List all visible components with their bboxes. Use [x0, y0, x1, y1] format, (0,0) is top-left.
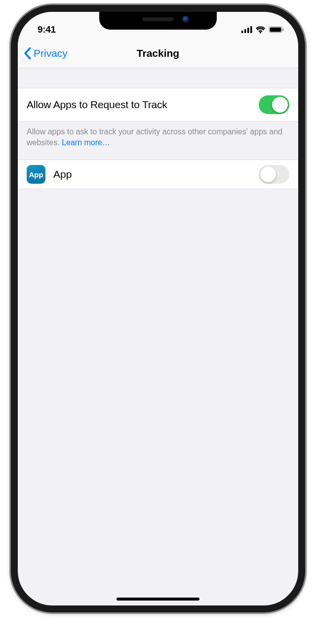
speaker-grille [142, 17, 174, 21]
front-camera [182, 16, 189, 23]
power-button [305, 140, 305, 195]
learn-more-link[interactable]: Learn more… [62, 138, 110, 147]
content: Allow Apps to Request to Track Allow app… [18, 68, 298, 189]
app-icon: App [27, 165, 45, 184]
svg-rect-2 [247, 28, 249, 33]
svg-rect-1 [244, 29, 246, 33]
toggle-knob [272, 97, 288, 113]
mute-switch [11, 96, 11, 114]
nav-bar: Privacy Tracking [18, 39, 298, 68]
svg-rect-0 [241, 31, 243, 33]
svg-rect-6 [283, 29, 284, 31]
svg-rect-5 [270, 28, 281, 32]
back-label: Privacy [34, 47, 68, 59]
cellular-signal-icon [241, 26, 252, 33]
back-button[interactable]: Privacy [24, 47, 68, 59]
home-indicator[interactable] [117, 598, 199, 601]
wifi-icon [255, 26, 266, 34]
status-icons [241, 26, 284, 34]
status-time: 9:41 [38, 24, 56, 35]
allow-apps-toggle-row[interactable]: Allow Apps to Request to Track [18, 88, 298, 121]
svg-rect-3 [250, 26, 252, 33]
toggle-knob [260, 166, 276, 182]
app-tracking-toggle[interactable] [259, 165, 289, 184]
battery-icon [269, 26, 284, 33]
allow-apps-label: Allow Apps to Request to Track [27, 99, 167, 111]
chevron-left-icon [24, 47, 32, 59]
allow-apps-toggle[interactable] [259, 95, 289, 114]
app-tracking-row[interactable]: App App [18, 160, 298, 189]
notch [99, 12, 217, 30]
volume-up-button [11, 130, 11, 164]
app-name-label: App [53, 168, 251, 180]
section-footer: Allow apps to ask to track your activity… [18, 121, 298, 160]
volume-down-button [11, 175, 11, 208]
screen: 9:41 [18, 12, 298, 605]
phone-frame: 9:41 [11, 5, 305, 612]
